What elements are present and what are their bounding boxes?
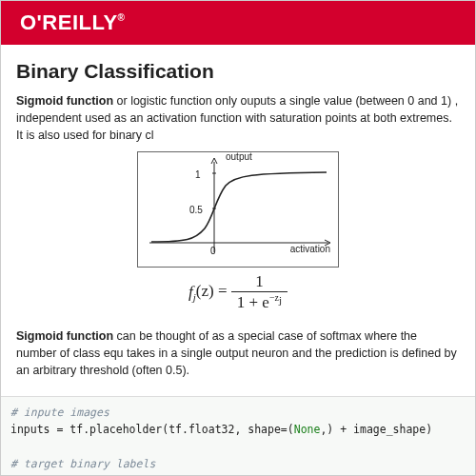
page-title: Binary Classification [16,60,460,83]
code-comment: # target binary labels [10,457,155,470]
header-bar: O'REILLY® [1,1,475,45]
brand-logo: O'REILLY® [20,10,125,35]
sigmoid-plot: output 1 0.5 0 activation [137,151,339,268]
term-sigmoid: Sigmoid function [16,94,113,108]
page: O'REILLY® Binary Classification Sigmoid … [0,0,476,476]
code-line: inputs = tf.placeholder(tf.float32, shap… [10,423,432,436]
intro-paragraph-1: Sigmoid function or logistic function on… [16,92,460,144]
article-body: Binary Classification Sigmoid function o… [1,45,475,396]
term-sigmoid-2: Sigmoid function [16,329,113,343]
code-block: # inpute images inputs = tf.placeholder(… [1,396,475,476]
sigmoid-formula: fj(z) = 11 + e−zj [188,273,288,312]
intro-paragraph-2: Sigmoid function can be thought of as a … [16,327,460,379]
code-comment: # inpute images [10,406,109,419]
plot-svg [138,152,338,267]
figure: output 1 0.5 0 activation fj(z) = 11 + e… [16,151,460,322]
